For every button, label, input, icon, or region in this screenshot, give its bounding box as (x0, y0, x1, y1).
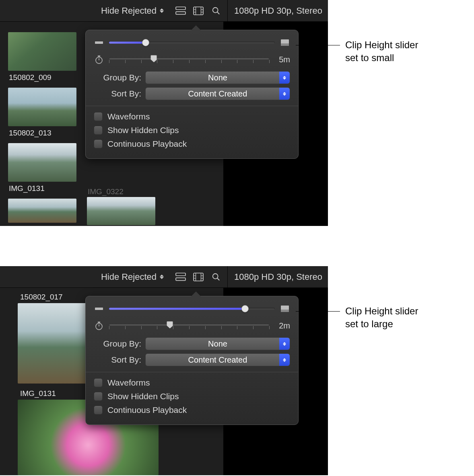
clip-appearance-button[interactable] (190, 269, 207, 285)
svg-rect-16 (98, 55, 100, 57)
list-view-button[interactable] (172, 269, 190, 285)
sort-by-select[interactable]: Content Created (145, 353, 290, 366)
duration-slider[interactable] (109, 320, 269, 332)
show-hidden-row: Show Hidden Clips (94, 392, 290, 401)
svg-rect-13 (281, 43, 289, 46)
callout-leader-line (296, 311, 340, 312)
group-by-value: None (208, 73, 227, 82)
clip-filter-popup[interactable]: Hide Rejected (98, 270, 167, 284)
chevron-updown-icon (160, 8, 164, 13)
svg-line-27 (217, 278, 220, 280)
group-by-label: Group By: (94, 339, 141, 349)
clip-filter-label: Hide Rejected (101, 272, 157, 282)
clip-name: 150802_013 (9, 129, 78, 137)
continuous-playback-row: Continuous Playback (94, 405, 290, 415)
svg-rect-18 (176, 278, 185, 281)
show-hidden-label: Show Hidden Clips (107, 125, 179, 135)
clip-name: 150802_009 (9, 73, 78, 82)
svg-rect-11 (95, 41, 103, 44)
svg-rect-33 (98, 322, 100, 323)
group-by-select[interactable]: None (145, 71, 290, 84)
project-format-label: 1080p HD 30p, Stereo (230, 272, 328, 282)
clip-appearance-popover: 5m Group By: None Sort By: Content Creat… (85, 30, 299, 159)
callout-large: Clip Height slider set to large (345, 305, 418, 331)
callout-leader-line (296, 45, 340, 45)
select-stepper-icon (279, 88, 290, 100)
continuous-playback-label: Continuous Playback (107, 405, 187, 415)
sort-by-value: Content Created (188, 355, 247, 365)
screenshot-small: Hide Rejected 1080p HD 30p, Stereo 15080… (0, 0, 328, 226)
large-clip-icon (280, 304, 290, 314)
sort-by-row: Sort By: Content Created (94, 353, 290, 366)
svg-rect-17 (176, 273, 185, 276)
clip-thumbnail-column: 150802_009 150802_013 IMG_0131 (8, 32, 78, 224)
show-hidden-row: Show Hidden Clips (94, 125, 290, 135)
clip-filter-popup[interactable]: Hide Rejected (98, 4, 167, 18)
sort-by-row: Sort By: Content Created (94, 87, 290, 100)
group-by-value: None (208, 339, 227, 349)
waveforms-row: Waveforms (94, 378, 290, 388)
svg-rect-1 (176, 12, 185, 14)
waveforms-row: Waveforms (94, 112, 290, 121)
divider (86, 372, 298, 372)
toolbar-separator (227, 266, 228, 288)
svg-rect-2 (194, 7, 203, 15)
clip-thumbnail[interactable] (87, 197, 155, 225)
select-stepper-icon (279, 72, 290, 84)
duration-row: 2m (94, 320, 290, 332)
svg-rect-19 (194, 273, 203, 281)
clip-name: IMG_0131 (20, 389, 56, 398)
duration-slider[interactable] (109, 53, 269, 66)
clip-name: IMG_0131 (9, 184, 78, 193)
clip-height-row (94, 304, 290, 314)
small-clip-icon (94, 304, 104, 314)
duration-value: 2m (274, 321, 290, 330)
browser-toolbar: Hide Rejected 1080p HD 30p, Stereo (0, 266, 328, 288)
popover-tail (191, 25, 201, 30)
search-button[interactable] (207, 269, 225, 285)
group-by-label: Group By: (94, 73, 141, 82)
divider (86, 106, 298, 106)
sort-by-label: Sort By: (94, 355, 141, 365)
clip-thumbnail[interactable] (8, 199, 76, 223)
continuous-playback-label: Continuous Playback (107, 139, 187, 149)
waveforms-checkbox[interactable] (94, 112, 103, 121)
clip-name: 150802_017 (20, 293, 63, 302)
clip-height-slider[interactable] (109, 305, 275, 313)
clip-thumbnail[interactable] (8, 143, 76, 182)
list-view-button[interactable] (172, 3, 190, 19)
show-hidden-checkbox[interactable] (94, 126, 103, 135)
duration-value: 5m (274, 55, 290, 64)
sort-by-label: Sort By: (94, 89, 141, 98)
svg-rect-30 (281, 310, 289, 312)
large-clip-icon (280, 37, 290, 48)
chevron-updown-icon (160, 275, 164, 279)
browser-toolbar: Hide Rejected 1080p HD 30p, Stereo (0, 0, 328, 22)
clip-height-row (94, 37, 290, 48)
svg-point-9 (213, 7, 218, 12)
clip-appearance-popover: 2m Group By: None Sort By: Content Creat… (85, 296, 299, 425)
clip-height-slider[interactable] (109, 39, 275, 47)
group-by-select[interactable]: None (145, 337, 290, 350)
select-stepper-icon (279, 338, 290, 350)
clip-name-obscured: IMG_0322 (88, 187, 124, 196)
sort-by-select[interactable]: Content Created (145, 87, 290, 100)
popover-tail (191, 291, 201, 296)
show-hidden-checkbox[interactable] (94, 392, 103, 401)
select-stepper-icon (279, 354, 290, 366)
continuous-playback-checkbox[interactable] (94, 406, 103, 414)
continuous-playback-row: Continuous Playback (94, 139, 290, 149)
svg-point-26 (213, 273, 218, 279)
search-button[interactable] (207, 3, 225, 19)
callout-small: Clip Height slider set to small (345, 39, 418, 65)
clip-thumbnail[interactable] (8, 88, 76, 126)
waveforms-checkbox[interactable] (94, 378, 103, 387)
screenshot-large: Hide Rejected 1080p HD 30p, Stereo 15080… (0, 266, 328, 475)
toolbar-separator (227, 0, 228, 22)
svg-line-10 (217, 12, 220, 14)
stopwatch-icon (94, 320, 104, 331)
clip-thumbnail[interactable] (8, 32, 76, 71)
clip-appearance-button[interactable] (190, 3, 207, 19)
continuous-playback-checkbox[interactable] (94, 140, 103, 148)
group-by-row: Group By: None (94, 71, 290, 84)
